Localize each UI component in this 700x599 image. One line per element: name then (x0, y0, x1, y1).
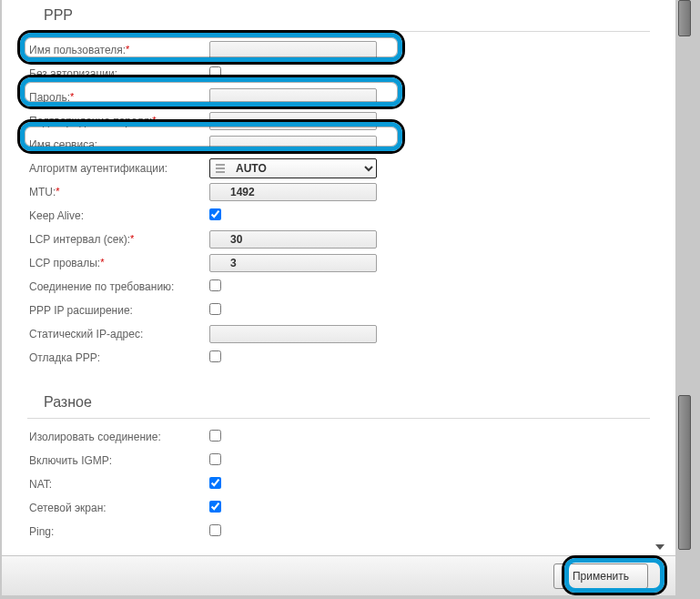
row-nat: NAT: (27, 473, 650, 495)
keepalive-checkbox[interactable] (209, 208, 221, 220)
row-noauth: Без авторизации: (27, 63, 650, 85)
nat-checkbox[interactable] (209, 477, 221, 489)
password-confirm-input[interactable] (209, 112, 377, 130)
row-service: Имя сервиса: (27, 134, 650, 156)
firewall-checkbox[interactable] (209, 501, 221, 513)
lcp-interval-label: LCP интервал (сек):* (27, 233, 209, 246)
lcp-interval-input[interactable] (209, 230, 377, 249)
settings-page: PPP Имя пользователя:* Без авторизации: … (2, 0, 675, 595)
password-label: Пароль:* (27, 91, 209, 104)
isolate-checkbox[interactable] (209, 430, 221, 442)
row-auth-algo: Алгоритм аутентификации: AUTO (27, 157, 650, 179)
noauth-label: Без авторизации: (27, 67, 209, 80)
misc-section-title: Разное (27, 387, 650, 418)
debug-label: Отладка PPP: (27, 351, 209, 364)
ppp-ip-ext-checkbox[interactable] (209, 303, 221, 315)
auth-algo-label: Алгоритм аутентификации: (27, 162, 209, 175)
row-dial-on-demand: Соединение по требованию: (27, 276, 650, 298)
service-label: Имя сервиса: (27, 138, 209, 151)
password-input[interactable] (209, 88, 377, 107)
username-input[interactable] (209, 41, 377, 59)
row-username: Имя пользователя:* (27, 39, 650, 61)
auth-algo-select[interactable]: AUTO (209, 158, 377, 178)
debug-checkbox[interactable] (209, 350, 221, 362)
lcp-fail-label: LCP провалы:* (27, 257, 209, 269)
username-label: Имя пользователя:* (27, 44, 209, 56)
chevron-down-icon (655, 544, 664, 550)
row-lcp-fail: LCP провалы:* (27, 252, 650, 274)
row-password-confirm: Подтверждение пароля:* (27, 110, 650, 132)
outer-scrollbar-thumb[interactable] (678, 0, 691, 36)
noauth-checkbox[interactable] (209, 66, 221, 78)
ping-label: Ping: (27, 525, 209, 538)
isolate-label: Изолировать соединение: (27, 431, 209, 443)
firewall-label: Сетевой экран: (27, 502, 209, 514)
static-ip-label: Статический IP-адрес: (27, 328, 209, 340)
inner-scrollbar-thumb[interactable] (678, 395, 691, 550)
mtu-label: MTU:* (27, 186, 209, 198)
row-mtu: MTU:* (27, 181, 650, 203)
ping-checkbox[interactable] (209, 524, 221, 536)
content-area: PPP Имя пользователя:* Без авторизации: … (2, 0, 675, 563)
row-lcp-interval: LCP интервал (сек):* (27, 228, 650, 250)
divider (27, 418, 650, 419)
footer-bar: Применить (2, 555, 675, 595)
static-ip-input[interactable] (209, 325, 377, 343)
ppp-ip-ext-label: PPP IP расширение: (27, 304, 209, 317)
mtu-input[interactable] (209, 183, 377, 201)
dial-on-demand-label: Соединение по требованию: (27, 280, 209, 293)
apply-button[interactable]: Применить (553, 563, 648, 589)
lcp-fail-input[interactable] (209, 254, 377, 272)
row-igmp: Включить IGMP: (27, 450, 650, 472)
row-ping: Ping: (27, 521, 650, 543)
row-static-ip: Статический IP-адрес: (27, 323, 650, 345)
keepalive-label: Keep Alive: (27, 209, 209, 222)
row-isolate: Изолировать соединение: (27, 426, 650, 448)
row-ppp-ip-ext: PPP IP расширение: (27, 300, 650, 321)
igmp-label: Включить IGMP: (27, 454, 209, 467)
igmp-checkbox[interactable] (209, 453, 221, 465)
row-firewall: Сетевой экран: (27, 497, 650, 519)
service-input[interactable] (209, 136, 377, 154)
row-keepalive: Keep Alive: (27, 205, 650, 227)
divider (27, 31, 650, 32)
dial-on-demand-checkbox[interactable] (209, 279, 221, 291)
row-debug: Отладка PPP: (27, 347, 650, 369)
nat-label: NAT: (27, 478, 209, 491)
row-password: Пароль:* (27, 86, 650, 108)
ppp-section-title: PPP (27, 0, 650, 31)
password-confirm-label: Подтверждение пароля:* (27, 115, 209, 127)
